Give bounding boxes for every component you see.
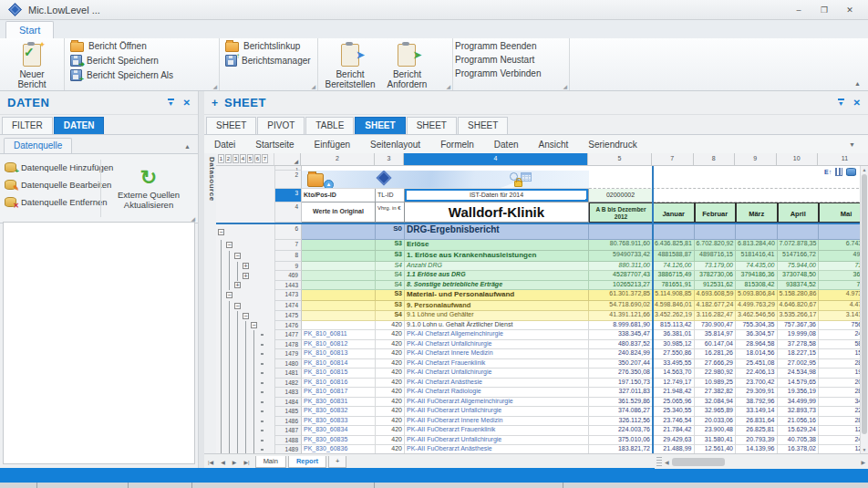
berichtsmanager-button[interactable]: ↑ Berichtsmanager: [225, 55, 312, 67]
cell-tl[interactable]: 420: [376, 330, 405, 340]
cell-value[interactable]: 80.768.911,60: [589, 240, 653, 251]
cell-value[interactable]: 14.563,70: [653, 369, 695, 379]
row-header[interactable]: 1481: [275, 369, 302, 379]
cell-value[interactable]: 197.150,73: [589, 379, 653, 389]
cell-value[interactable]: 32.893,73: [778, 407, 820, 417]
col-header-2[interactable]: 2: [301, 153, 375, 166]
group-collapse-icon[interactable]: ▲: [184, 143, 191, 150]
add-panel-icon[interactable]: +: [212, 97, 218, 109]
row-header[interactable]: 1484: [275, 398, 302, 408]
cell-value[interactable]: 59490733,42: [589, 251, 653, 262]
cell-value[interactable]: 60.147,04: [695, 340, 737, 350]
cell-value[interactable]: 25.065,96: [653, 398, 695, 408]
tab-datenquelle[interactable]: Datenquelle: [4, 138, 72, 153]
programm-verbinden-button[interactable]: Programm Verbinden: [455, 68, 563, 78]
cell-value[interactable]: 4.598.846,01: [653, 301, 695, 311]
cell-value[interactable]: 20.793,39: [736, 436, 778, 446]
cell-value[interactable]: 34.499,99: [778, 398, 820, 408]
row-header[interactable]: 8: [275, 251, 302, 262]
programm-neustart-button[interactable]: Programm Neustart: [455, 55, 563, 65]
group-dialog-launcher-icon[interactable]: ◢: [311, 83, 315, 89]
cell-value[interactable]: 7.072.878,35: [778, 240, 820, 251]
row-header[interactable]: 1477: [275, 330, 302, 340]
row-header[interactable]: 1483: [275, 388, 302, 398]
cell-kto[interactable]: PK_830_60836: [302, 445, 376, 453]
cell-name[interactable]: Material- und Personalaufwand: [405, 290, 589, 301]
cell-value[interactable]: 26.825,81: [736, 426, 778, 436]
outline-expand-button[interactable]: +: [243, 273, 249, 279]
cell-value[interactable]: 815.113,42: [653, 321, 695, 330]
cell-value[interactable]: 22.406,13: [736, 369, 778, 379]
cell-value[interactable]: 32.084,94: [695, 398, 737, 408]
cell-name[interactable]: 9. Personalaufwand: [405, 301, 589, 311]
cell-value[interactable]: 21.488,99: [653, 445, 695, 453]
row-header-selected[interactable]: 3: [275, 189, 302, 202]
cell-name[interactable]: PK-AI Chefarzt Allgemeinchirurgie: [405, 330, 589, 340]
cell-value[interactable]: 327.011,83: [589, 388, 653, 398]
cell-value[interactable]: 240.824,99: [589, 349, 653, 359]
cell-value[interactable]: 20.033,06: [695, 417, 737, 427]
col-header-9[interactable]: 9: [735, 153, 777, 166]
row-header[interactable]: 1489: [275, 445, 302, 453]
banner-unlock-icon[interactable]: [514, 181, 522, 187]
cell-value[interactable]: 16.378,02: [778, 445, 820, 453]
cell-kto[interactable]: PK_810_60815: [302, 369, 376, 379]
header-werte-in-original[interactable]: Werte in Original: [302, 202, 376, 223]
outline-level-2[interactable]: 2: [225, 154, 232, 163]
cell-value[interactable]: 3.535.266,17: [778, 311, 820, 321]
nav-next-icon[interactable]: ▶: [229, 459, 241, 465]
cell-value[interactable]: [653, 224, 695, 240]
row-header[interactable]: 7: [275, 240, 302, 251]
cell-tl[interactable]: 420: [376, 407, 405, 417]
cell-value[interactable]: 27.666,29: [695, 359, 737, 369]
row-header[interactable]: 469: [275, 271, 302, 281]
cell-value[interactable]: 21.056,16: [778, 417, 820, 427]
autohide-pin-icon[interactable]: ▼: [838, 99, 844, 107]
cell-value[interactable]: 32.965,89: [695, 407, 737, 417]
sheet-view-tab-2-table[interactable]: TABLE: [305, 117, 354, 134]
cell-value[interactable]: 10.989,25: [695, 379, 737, 389]
externe-quellen-aktualisieren-button[interactable]: ↻ Externe Quellen Aktualisieren: [103, 154, 198, 223]
cell-value[interactable]: 27.550,86: [653, 349, 695, 359]
cell-value[interactable]: 350.207,44: [589, 359, 653, 369]
sheet-view-tab-5-sheet[interactable]: SHEET: [458, 117, 508, 134]
outline-level-1[interactable]: 1: [218, 154, 224, 163]
cell-value[interactable]: 730.900,47: [695, 321, 737, 330]
bericht-bereitstellen-button[interactable]: ➤ Bericht Bereitstellen: [324, 42, 377, 89]
cell-kto[interactable]: [302, 311, 376, 321]
outline-expand-button[interactable]: +: [243, 263, 249, 269]
nav-first-icon[interactable]: |◀: [204, 459, 217, 465]
cell-value[interactable]: 4898716,15: [695, 251, 737, 262]
add-sheet-button[interactable]: +: [328, 456, 346, 468]
cell-value[interactable]: 14.579,65: [778, 379, 820, 389]
cell-name[interactable]: Anzahl DRG: [405, 262, 589, 271]
row-header[interactable]: 1475: [275, 311, 302, 321]
cell-kto[interactable]: [302, 224, 376, 240]
row-header[interactable]: 1474: [275, 301, 302, 311]
cell-name[interactable]: 8. Sonstige betriebliche Erträge: [405, 281, 589, 290]
cell-value[interactable]: [695, 224, 737, 240]
cell-value[interactable]: 183.821,72: [589, 445, 653, 453]
cell-value[interactable]: 3730748,50: [778, 271, 820, 281]
cell-value[interactable]: 74.435,00: [736, 262, 778, 271]
row-header[interactable]: 1473: [275, 290, 302, 301]
active-cell-ist-daten[interactable]: IST-Daten für 2014: [405, 189, 589, 202]
outline-level-3[interactable]: 3: [232, 154, 239, 163]
menu-seitenlayout[interactable]: Seitenlayout: [360, 140, 430, 150]
cell-kto[interactable]: PK_810_60812: [302, 340, 376, 350]
cell-value[interactable]: 73.179,00: [695, 262, 737, 271]
cell-value[interactable]: 27.002,95: [778, 359, 820, 369]
row-header[interactable]: 2: [275, 171, 302, 189]
minimize-icon[interactable]: –: [786, 3, 811, 17]
cell-value[interactable]: 23.900,48: [695, 426, 737, 436]
cell-tl[interactable]: S3: [376, 240, 405, 251]
cell-value[interactable]: 36.304,57: [736, 330, 778, 340]
menu-formeln[interactable]: Formeln: [430, 140, 484, 150]
cell-tl[interactable]: S0: [376, 224, 405, 240]
cell-kto[interactable]: [302, 321, 376, 330]
cell-value[interactable]: [589, 224, 653, 240]
outline-level-7[interactable]: 7: [262, 154, 268, 163]
scroll-up-icon[interactable]: ▲: [861, 166, 868, 173]
cell-tl[interactable]: S3: [376, 251, 405, 262]
cell-tl[interactable]: S3: [376, 290, 405, 301]
